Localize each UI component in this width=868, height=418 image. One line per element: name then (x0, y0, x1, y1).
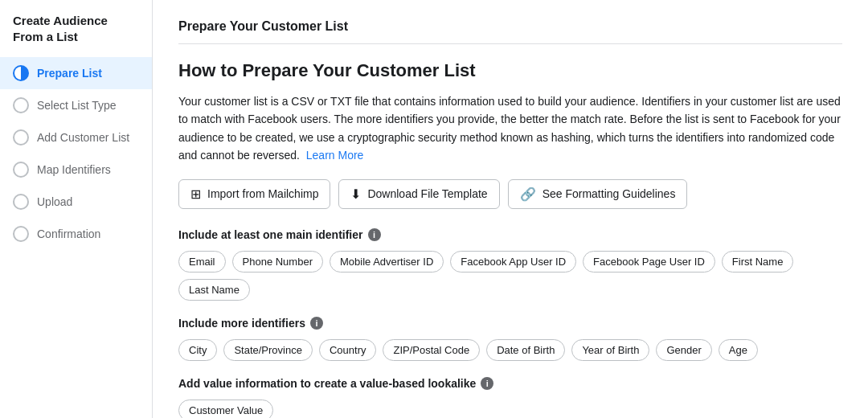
identifier-tag: ZIP/Postal Code (383, 339, 480, 361)
main-identifiers-section: Include at least one main identifier i E… (178, 228, 842, 301)
description: Your customer list is a CSV or TXT file … (178, 92, 842, 165)
sidebar-item-label: Confirmation (37, 227, 100, 240)
identifier-tag: Facebook App User ID (450, 251, 576, 273)
download-icon: ⬇ (350, 186, 361, 202)
action-buttons: ⊞ Import from Mailchimp ⬇ Download File … (178, 179, 842, 209)
identifier-tag: Gender (656, 339, 711, 361)
value-tags: Customer Value (178, 400, 842, 418)
description-text: Your customer list is a CSV or TXT file … (178, 95, 841, 162)
identifier-tag: Email (178, 251, 226, 273)
step-circle-prepare (13, 65, 29, 81)
sidebar-item-label: Select List Type (37, 99, 117, 112)
step-circle-map (13, 162, 29, 178)
more-identifiers-info-icon[interactable]: i (310, 317, 323, 330)
value-section-info-icon[interactable]: i (481, 377, 493, 390)
section-heading: How to Prepare Your Customer List (178, 60, 842, 81)
sidebar-item-prepare-list[interactable]: Prepare List (0, 57, 152, 89)
sidebar-item-confirmation[interactable]: Confirmation (0, 218, 152, 250)
value-tag: Customer Value (178, 400, 273, 418)
main-identifiers-title: Include at least one main identifier i (178, 228, 842, 241)
step-circle-upload (13, 194, 29, 210)
identifier-tag: Date of Birth (486, 339, 565, 361)
more-identifiers-section: Include more identifiers i CityState/Pro… (178, 317, 842, 361)
identifier-tag: State/Province (223, 339, 313, 361)
identifier-tag: Phone Number (232, 251, 323, 273)
import-button-label: Import from Mailchimp (207, 187, 318, 200)
mailchimp-icon: ⊞ (190, 186, 201, 202)
identifier-tag: Facebook Page User ID (583, 251, 715, 273)
main-identifiers-info-icon[interactable]: i (368, 228, 381, 241)
identifier-tag: Country (319, 339, 377, 361)
step-circle-confirm (13, 226, 29, 242)
identifier-tag: City (178, 339, 217, 361)
step-circle-add (13, 129, 29, 145)
value-section-title: Add value information to create a value-… (178, 377, 842, 390)
identifier-tag: Mobile Advertiser ID (330, 251, 444, 273)
download-button-label: Download File Template (367, 187, 487, 200)
import-mailchimp-button[interactable]: ⊞ Import from Mailchimp (178, 179, 330, 209)
sidebar-item-label: Add Customer List (37, 131, 129, 144)
formatting-button-label: See Formatting Guidelines (542, 187, 676, 200)
more-identifiers-tags: CityState/ProvinceCountryZIP/Postal Code… (178, 339, 842, 361)
link-icon: 🔗 (520, 186, 536, 202)
sidebar-item-add-customer-list[interactable]: Add Customer List (0, 121, 152, 154)
formatting-guidelines-button[interactable]: 🔗 See Formatting Guidelines (508, 179, 688, 209)
identifier-tag: First Name (722, 251, 794, 273)
step-circle-select (13, 97, 29, 113)
main-content: Prepare Your Customer List How to Prepar… (153, 0, 868, 418)
page-title: Prepare Your Customer List (178, 19, 842, 44)
more-identifiers-title: Include more identifiers i (178, 317, 842, 330)
sidebar-item-label: Upload (37, 195, 72, 208)
identifier-tag: Year of Birth (571, 339, 649, 361)
download-template-button[interactable]: ⬇ Download File Template (338, 179, 499, 209)
learn-more-link[interactable]: Learn More (306, 149, 364, 162)
sidebar-item-label: Map Identifiers (37, 163, 111, 176)
sidebar: Create Audience From a List Prepare List… (0, 0, 153, 418)
identifier-tag: Last Name (178, 279, 250, 301)
sidebar-item-map-identifiers[interactable]: Map Identifiers (0, 154, 152, 186)
sidebar-item-label: Prepare List (37, 67, 102, 80)
sidebar-item-upload[interactable]: Upload (0, 186, 152, 218)
sidebar-item-select-list-type[interactable]: Select List Type (0, 89, 152, 121)
value-section: Add value information to create a value-… (178, 377, 842, 418)
sidebar-title: Create Audience From a List (0, 13, 152, 57)
main-identifiers-tags: EmailPhone NumberMobile Advertiser IDFac… (178, 251, 842, 301)
identifier-tag: Age (719, 339, 758, 361)
